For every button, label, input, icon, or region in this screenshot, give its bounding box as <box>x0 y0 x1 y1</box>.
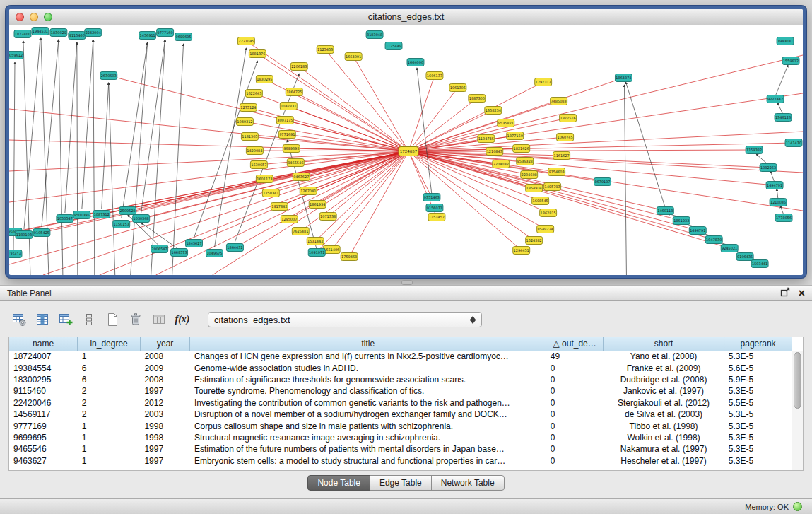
close-window-button[interactable] <box>16 13 24 21</box>
graph-node[interactable]: 1297317 <box>535 78 552 86</box>
cell-year[interactable]: 1998 <box>140 432 190 443</box>
graph-node[interactable]: 1295007 <box>281 216 298 223</box>
cell-out_degree[interactable]: 0 <box>546 443 604 455</box>
graph-node[interactable]: 3097175 <box>276 117 293 124</box>
scrollbar-thumb[interactable] <box>794 352 801 409</box>
graph-node[interactable]: 1181505 <box>241 133 258 141</box>
tab-node-table[interactable]: Node Table <box>307 475 370 491</box>
cell-year[interactable]: 2009 <box>140 362 190 373</box>
graph-node[interactable]: 1864725 <box>286 88 302 96</box>
graph-node[interactable]: 9156031 <box>426 204 443 212</box>
cell-year[interactable]: 1997 <box>140 385 190 397</box>
cell-short[interactable]: de Silva et al. (2003) <box>603 409 724 420</box>
table-row[interactable]: 1456911722003Disruption of a novel membe… <box>9 409 792 420</box>
graph-node[interactable]: 1294451 <box>513 247 530 255</box>
graph-node[interactable]: 1861933 <box>673 217 690 225</box>
cell-out_degree[interactable]: 0 <box>546 409 604 420</box>
graph-node[interactable]: 1830029 <box>50 29 67 37</box>
cell-short[interactable]: Franke et al. (2009) <box>603 362 724 373</box>
graph-node[interactable]: 1275124 <box>240 104 257 112</box>
graph-node[interactable]: 9106435 <box>736 253 753 261</box>
graph-node[interactable]: 1524582 <box>526 237 543 245</box>
graph-node[interactable]: 1141430 <box>785 139 802 147</box>
cell-pagerank[interactable]: 5.3E-5 <box>724 455 792 467</box>
graph-node[interactable]: 1669573 <box>171 249 188 257</box>
graph-node[interactable]: 1696137 <box>426 72 443 80</box>
graph-node[interactable]: 9777169 <box>157 29 174 37</box>
graph-node[interactable]: 1125453 <box>317 46 334 54</box>
cell-short[interactable]: Jankovic et al. (1997) <box>603 385 724 397</box>
graph-node[interactable]: 1503441 <box>751 260 768 268</box>
table-row[interactable]: 1872400712008Changes of HCN gene express… <box>9 351 792 362</box>
graph-node[interactable]: 1494791 <box>766 182 783 189</box>
graph-node[interactable]: 1877159 <box>507 132 524 140</box>
graph-node[interactable]: 1531442 <box>307 238 324 245</box>
graph-node[interactable]: 1622643 <box>245 90 262 98</box>
table-row[interactable]: 977716911998Corpus callosum shape and si… <box>9 420 792 431</box>
cell-short[interactable]: Stergiakouli et al. (2012) <box>603 397 724 409</box>
cell-title[interactable]: Disruption of a novel member of a sodium… <box>190 409 546 420</box>
graph-node[interactable]: 2630603 <box>100 72 117 80</box>
minimize-window-button[interactable] <box>30 13 38 21</box>
graph-node[interactable]: 1961305 <box>449 84 466 92</box>
cell-year[interactable]: 2003 <box>140 409 190 420</box>
graph-node[interactable]: 2204032 <box>493 160 510 168</box>
graph-node[interactable]: 9245021 <box>721 245 738 252</box>
graph-node[interactable]: 1495793 <box>544 183 561 191</box>
function-builder-icon[interactable]: f(x) <box>173 310 192 329</box>
graph-node[interactable]: 9351463 <box>423 194 440 201</box>
graph-node[interactable]: 1210035 <box>770 199 787 206</box>
column-header-pagerank[interactable]: pagerank <box>724 337 792 351</box>
graph-node[interactable]: 8549224 <box>537 226 554 233</box>
graph-node[interactable]: 1091971 <box>308 249 325 257</box>
cell-pagerank[interactable]: 5.9E-5 <box>724 374 792 385</box>
float-panel-icon[interactable] <box>780 287 790 299</box>
cell-out_degree[interactable]: 0 <box>546 374 604 385</box>
graph-node[interactable]: 2006547 <box>151 245 168 253</box>
cell-out_degree[interactable]: 0 <box>546 432 604 443</box>
graph-node[interactable]: 1346126 <box>775 114 792 122</box>
cell-title[interactable]: Structural magnetic resonance image aver… <box>190 432 546 443</box>
cell-in_degree[interactable]: 1 <box>78 420 141 431</box>
cell-in_degree[interactable]: 2 <box>78 409 141 420</box>
graph-node[interactable]: 1651406 <box>323 246 340 254</box>
cell-year[interactable]: 2008 <box>140 351 190 362</box>
graph-node[interactable]: 1759468 <box>341 253 358 261</box>
graph-node[interactable]: 1872400 <box>14 30 31 38</box>
cell-title[interactable]: Estimation of significance thresholds fo… <box>190 374 546 385</box>
cell-in_degree[interactable]: 1 <box>78 455 141 467</box>
cell-title[interactable]: Corpus callosum shape and size in male p… <box>190 420 546 431</box>
select-columns-icon[interactable] <box>33 310 52 329</box>
delete-column-icon[interactable] <box>126 310 145 329</box>
cell-short[interactable]: Hescheler et al. (1997) <box>603 455 724 467</box>
table-row[interactable]: 1830029562008Estimation of significance … <box>9 374 792 385</box>
table-scrollbar[interactable] <box>792 351 803 470</box>
graph-node[interactable]: 2221045 <box>237 37 254 45</box>
graph-node[interactable]: 9501395 <box>73 211 90 219</box>
cell-out_degree[interactable]: 49 <box>546 351 604 362</box>
graph-node[interactable]: 9699695 <box>283 145 300 153</box>
cell-pagerank[interactable]: 5.3E-5 <box>724 420 792 431</box>
cell-pagerank[interactable]: 5.6E-5 <box>724 362 792 373</box>
graph-node[interactable]: 9536328 <box>517 158 534 165</box>
graph-node[interactable]: 1180103 <box>16 231 33 239</box>
graph-node[interactable]: 1047830 <box>705 236 722 244</box>
cell-out_degree[interactable]: 0 <box>546 362 604 373</box>
cell-title[interactable]: Changes of HCN gene expression and I(f) … <box>190 351 546 362</box>
table-row[interactable]: 1938455462009Genome-wide association stu… <box>9 362 792 373</box>
cell-year[interactable]: 2008 <box>140 374 190 385</box>
cell-short[interactable]: Wolkin et al. (1998) <box>603 432 724 443</box>
graph-node[interactable]: 9535821 <box>498 119 514 127</box>
graph-node[interactable]: 1698545 <box>532 197 549 205</box>
graph-node[interactable]: 1059612 <box>9 52 23 59</box>
graph-node[interactable]: 9105425 <box>33 229 50 237</box>
tab-edge-table[interactable]: Edge Table <box>370 475 432 491</box>
graph-node[interactable]: 1530657 <box>250 161 267 169</box>
graph-node[interactable]: 1864431 <box>226 244 243 252</box>
cell-out_degree[interactable]: 0 <box>546 420 604 431</box>
cell-out_degree[interactable]: 0 <box>546 397 604 409</box>
cell-name[interactable]: 9115460 <box>9 385 78 397</box>
cell-short[interactable]: Yano et al. (2008) <box>603 351 724 362</box>
cell-pagerank[interactable]: 5.3E-5 <box>724 409 792 420</box>
graph-node[interactable]: 1050547 <box>57 215 73 223</box>
